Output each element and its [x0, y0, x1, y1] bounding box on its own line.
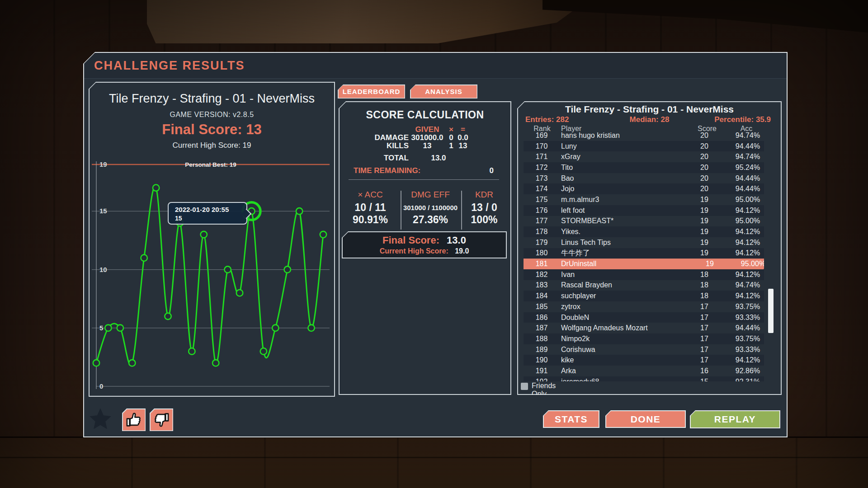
svg-text:15: 15 — [99, 207, 107, 215]
leaderboard-meta: Entries: 282 Median: 28 Percentile: 35.9 — [517, 115, 782, 124]
leaderboard-row: 189Corishuwa1793.33% — [524, 344, 764, 355]
svg-text:10: 10 — [99, 266, 107, 273]
star-icon[interactable] — [88, 407, 113, 431]
svg-text:19: 19 — [99, 160, 107, 168]
score-calc-total-row: TOTAL 13.0 — [339, 154, 511, 162]
score-calc-row-kills: KILLS 13 1 13 — [339, 141, 511, 150]
final-score-box: Final Score: 13.0 Current High Score: 19… — [342, 231, 507, 258]
scenario-title: Tile Frenzy - Strafing - 01 - NeverMiss — [89, 92, 335, 106]
leaderboard-row: 192jeremedu681592.31% — [524, 376, 764, 381]
leaderboard-row: 190kike1794.12% — [524, 355, 764, 366]
leaderboard-row: 173Bao2094.44% — [524, 173, 764, 184]
thumbs-up-button[interactable] — [122, 408, 146, 431]
current-high-score-text: Current High Score: 19 — [89, 141, 335, 150]
thumbs-down-icon — [153, 411, 170, 428]
score-calc-title: SCORE CALCULATION — [339, 109, 511, 121]
results-panel: Tile Frenzy - Strafing - 01 - NeverMiss … — [89, 82, 335, 397]
leaderboard-row: 185zytrox1793.75% — [524, 301, 764, 312]
friends-only-label: Friends Only — [532, 382, 556, 398]
friends-only-checkbox[interactable] — [521, 383, 528, 390]
stat-accuracy: × ACC 10 / 11 90.91% — [341, 190, 400, 226]
dialog-title: CHALLENGE RESULTS — [94, 59, 245, 73]
leaderboard-row: 177STORMBEAST*1995.00% — [524, 216, 764, 227]
time-remaining-row: TIME REMAINING: 0 — [339, 166, 511, 175]
challenge-results-dialog: CHALLENGE RESULTS Tile Frenzy - Strafing… — [83, 52, 788, 437]
svg-text:0: 0 — [99, 382, 103, 390]
high-score-label: Current High Score: — [380, 247, 448, 255]
leaderboard-panel: Tile Frenzy - Strafing - 01 - NeverMiss … — [517, 101, 782, 395]
leaderboard-row: 172Tito2095.24% — [524, 162, 764, 173]
score-history-chart[interactable]: 05101519Personal Best: 19 — [89, 150, 335, 394]
final-score-text: Final Score: 13 — [89, 122, 335, 138]
thumbs-up-icon — [125, 411, 142, 428]
final-score-label: Final Score: — [382, 235, 439, 246]
svg-text:Personal Best: 19: Personal Best: 19 — [185, 161, 236, 168]
done-button[interactable]: DONE — [605, 410, 686, 428]
leaderboard-row: 175m.m.almur31995.00% — [524, 194, 764, 205]
stat-kdr: KDR 13 / 0 100% — [455, 190, 514, 226]
leaderboard-row: 171xGray2094.74% — [524, 151, 764, 162]
leaderboard-row: 186DoubleN1793.33% — [524, 312, 764, 323]
leaderboard-row: 191Arka1692.86% — [524, 366, 764, 376]
tab-leaderboard[interactable]: LEADERBOARD — [338, 84, 405, 99]
tooltip-datetime: 2022-01-20 20:55 — [175, 206, 229, 213]
high-score-value: 19.0 — [450, 247, 469, 255]
game-version: GAME VERSION: v2.8.5 — [89, 111, 335, 119]
leaderboard-row-own: 181DrUninstall1995.00% — [524, 258, 764, 269]
divider — [401, 191, 401, 230]
divider — [349, 179, 499, 180]
leaderboard-row: 180牛牛炸了1994.12% — [524, 248, 764, 259]
tab-analysis[interactable]: ANALYSIS — [410, 84, 477, 99]
leaderboard-row: 176left foot1994.12% — [524, 205, 764, 216]
tooltip-value: 15 — [175, 215, 182, 222]
leaderboard-row: 187Wolfgang Amadeus Mozart1794.44% — [524, 323, 764, 333]
leaderboard-row: 174Jojo2094.44% — [524, 183, 764, 194]
percentile-value: Percentile: 35.9 — [714, 115, 771, 124]
leaderboard-row: 170Luny2094.44% — [524, 141, 764, 152]
scrollbar-thumb[interactable] — [768, 289, 774, 333]
score-calculation-panel: SCORE CALCULATION GIVEN × = DAMAGE 30100… — [339, 101, 511, 395]
stats-button[interactable]: STATS — [543, 410, 599, 428]
score-calc-header-row: GIVEN × = — [339, 125, 511, 133]
score-calc-row-damage: DAMAGE 301000.0 0 0.0 — [339, 133, 511, 141]
leaderboard-row: 183Rascal Brayden1894.74% — [524, 280, 764, 291]
leaderboard-rows: 169hans hugo kristian2094.74%170Luny2094… — [524, 130, 764, 381]
leaderboard-row: 184suchplayer1894.12% — [524, 291, 764, 301]
leaderboard-row: 178Yikes.1994.12% — [524, 226, 764, 237]
leaderboard-row: 182Ivan1894.12% — [524, 269, 764, 280]
replay-button[interactable]: REPLAY — [690, 410, 780, 428]
thumbs-down-button[interactable] — [150, 408, 173, 431]
leaderboard-row: 169hans hugo kristian2094.74% — [524, 130, 764, 141]
leaderboard-row: 188Nimpo2k1793.75% — [524, 333, 764, 344]
stat-damage-efficiency: DMG EFF 301000 / 1100000 27.36% — [401, 190, 460, 226]
svg-text:5: 5 — [99, 324, 103, 332]
leaderboard-title: Tile Frenzy - Strafing - 01 - NeverMiss — [517, 104, 782, 115]
final-score-value: 13.0 — [442, 235, 466, 246]
divider — [461, 191, 462, 230]
chart-tooltip: 2022-01-20 20:55 15 — [168, 202, 247, 225]
leaderboard-row: 179Linus Tech Tips1994.12% — [524, 237, 764, 248]
